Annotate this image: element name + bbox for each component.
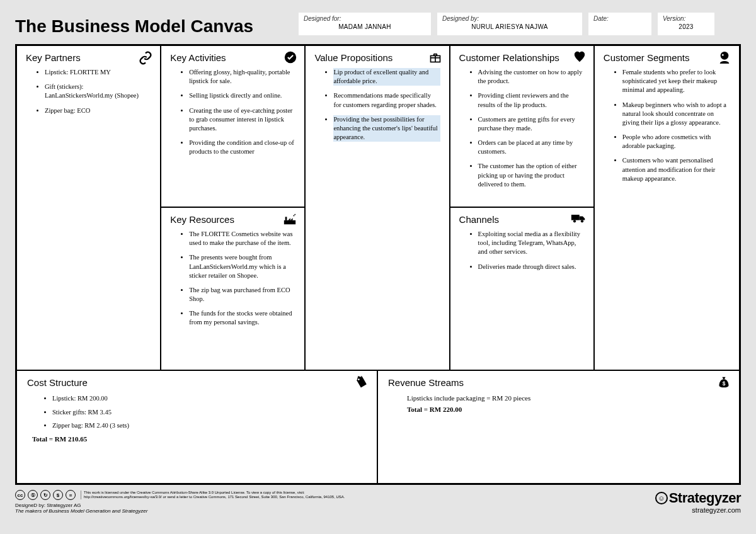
customer-segments-cell: Customer Segments Female students who pr… bbox=[595, 46, 739, 370]
svg-point-11 bbox=[721, 52, 729, 60]
link-icon bbox=[139, 51, 152, 65]
customer-relationships-title: Customer Relationships bbox=[459, 52, 585, 63]
footer-right: ☺ Strategyzer strategyzer.com bbox=[655, 490, 741, 514]
list-item: Lipstick: RM 200.00 bbox=[52, 394, 367, 404]
list-item: Gift (stickers): LanLanStickersWorld.my … bbox=[45, 82, 151, 100]
list-item: The zip bag was purchased from ECO Shop. bbox=[189, 286, 295, 304]
list-item: People who adore cosmetics with adorable… bbox=[622, 133, 730, 151]
revenue-streams-cell: Revenue Streams $ Lipsticks include pack… bbox=[378, 371, 739, 483]
list-item: Customers who want personalised attentio… bbox=[622, 156, 730, 183]
key-partners-cell: Key Partners Lipstick: FLORTTE MY Gift (… bbox=[17, 46, 161, 370]
list-item: Deliveries made through direct sales. bbox=[478, 263, 585, 271]
cc-by-icon: ① bbox=[28, 490, 38, 500]
list-item: Lipstick: FLORTTE MY bbox=[45, 68, 151, 77]
svg-point-13 bbox=[358, 378, 360, 380]
revenue-line: Lipsticks include packaging = RM 20 piec… bbox=[388, 394, 729, 402]
checkmark-icon bbox=[284, 51, 297, 64]
list-item: The presents were bought from LanLanStic… bbox=[189, 253, 295, 280]
list-item: Recommendations made specifically for cu… bbox=[333, 91, 440, 109]
brand-name: Strategyzer bbox=[669, 490, 741, 506]
svg-point-3 bbox=[294, 215, 295, 217]
person-icon bbox=[718, 51, 731, 64]
brand-mark-icon: ☺ bbox=[655, 492, 668, 504]
page-title: The Business Model Canvas bbox=[15, 13, 292, 37]
list-item: Lip product of excellent quality and aff… bbox=[333, 68, 440, 86]
credits-sub: The makers of Business Model Generation … bbox=[15, 508, 147, 514]
list-item: The customer has the option of either pi… bbox=[478, 162, 585, 189]
list-item: Zipper bag: RM 2.40 (3 sets) bbox=[52, 421, 367, 431]
key-partners-list: Lipstick: FLORTTE MY Gift (stickers): La… bbox=[26, 68, 151, 115]
list-item: The FLORTTE Cosmetics website was used t… bbox=[189, 230, 295, 247]
list-item: Providing the condition and close-up of … bbox=[189, 139, 295, 156]
svg-point-12 bbox=[722, 54, 724, 56]
value-propositions-title: Value Propositions bbox=[314, 52, 440, 63]
value-propositions-cell: Value Propositions Lip product of excell… bbox=[306, 46, 450, 370]
tag-icon bbox=[354, 376, 368, 390]
list-item: Sticker gifts: RM 3.45 bbox=[52, 408, 367, 418]
list-item: Exploiting social media as a flexibility… bbox=[478, 230, 585, 257]
list-item: Offering glossy, high-quality, portable … bbox=[189, 68, 295, 86]
svg-rect-2 bbox=[285, 217, 287, 220]
list-item: Selling lipstick directly and online. bbox=[189, 91, 295, 100]
revenue-total: Total = RM 220.00 bbox=[388, 406, 729, 413]
version-label: Version: bbox=[663, 15, 709, 22]
key-resources-cell: Key Resources The FLORTTE Cosmetics webs… bbox=[161, 208, 306, 370]
money-bag-icon: $ bbox=[718, 376, 730, 390]
channels-list: Exploiting social media as a flexibility… bbox=[459, 230, 585, 271]
list-item: Zipper bag: ECO bbox=[45, 106, 151, 115]
designed-by-value: NURUL ARIESYA NAJWA bbox=[442, 22, 577, 30]
key-resources-list: The FLORTTE Cosmetics website was used t… bbox=[170, 230, 295, 327]
list-item: Orders can be placed at any time by cust… bbox=[478, 139, 585, 156]
key-activities-title: Key Activities bbox=[170, 52, 295, 63]
designed-by-label: Designed by: bbox=[442, 15, 577, 22]
svg-point-10 bbox=[581, 220, 583, 222]
version-value: 2023 bbox=[663, 22, 709, 30]
cc-nd-icon: = bbox=[66, 490, 76, 500]
date-box: Date: bbox=[588, 13, 651, 35]
canvas: Key Partners Lipstick: FLORTTE MY Gift (… bbox=[15, 44, 741, 485]
list-item: Providing the best possibilities for enh… bbox=[333, 115, 440, 142]
license-text: This work is licensed under the Creative… bbox=[81, 491, 345, 499]
channels-cell: Channels Exploiting social media as a fl… bbox=[450, 208, 595, 370]
list-item: Creating the use of eye-catching poster … bbox=[189, 106, 295, 134]
cost-structure-list: Lipstick: RM 200.00 Sticker gifts: RM 3.… bbox=[27, 394, 367, 431]
value-propositions-list: Lip product of excellent quality and aff… bbox=[314, 68, 440, 142]
brand-url: strategyzer.com bbox=[655, 506, 741, 514]
factory-icon bbox=[283, 213, 297, 225]
customer-relationships-cell: Customer Relationships Advising the cust… bbox=[450, 46, 595, 208]
bottom-grid: Cost Structure Lipstick: RM 200.00 Stick… bbox=[17, 370, 739, 483]
truck-icon bbox=[571, 213, 586, 224]
key-resources-title: Key Resources bbox=[170, 214, 295, 225]
designed-for-label: Designed for: bbox=[304, 15, 426, 22]
list-item: Female students who prefer to look sophi… bbox=[622, 68, 730, 95]
cc-icon: cc bbox=[15, 490, 25, 500]
svg-rect-1 bbox=[284, 220, 295, 224]
cost-structure-title: Cost Structure bbox=[27, 377, 367, 388]
customer-segments-list: Female students who prefer to look sophi… bbox=[604, 68, 730, 183]
credits: DesigneD by: Strategyzer AG The makers o… bbox=[15, 503, 345, 514]
channels-title: Channels bbox=[459, 214, 585, 225]
revenue-streams-title: Revenue Streams bbox=[388, 377, 729, 388]
list-item: Providing client reviewers and the resul… bbox=[478, 91, 585, 109]
credits-value: Strategyzer AG bbox=[47, 503, 81, 508]
key-activities-list: Offering glossy, high-quality, portable … bbox=[170, 68, 295, 156]
key-activities-cell: Key Activities Offering glossy, high-qua… bbox=[161, 46, 306, 208]
designed-by-box: Designed by: NURUL ARIESYA NAJWA bbox=[437, 13, 582, 35]
designed-for-box: Designed for: MADAM JANNAH bbox=[299, 13, 431, 35]
gift-icon bbox=[429, 51, 442, 64]
footer-left: cc ① ↻ $ = This work is licensed under t… bbox=[15, 490, 345, 514]
top-grid: Key Partners Lipstick: FLORTTE MY Gift (… bbox=[17, 46, 739, 370]
footer: cc ① ↻ $ = This work is licensed under t… bbox=[15, 490, 741, 514]
list-item: Customers are getting gifts for every pu… bbox=[478, 115, 585, 133]
svg-rect-8 bbox=[571, 215, 580, 220]
cc-sa-icon: ↻ bbox=[40, 490, 50, 500]
header: The Business Model Canvas Designed for: … bbox=[15, 13, 741, 37]
credits-label: DesigneD by: bbox=[15, 503, 45, 508]
svg-point-9 bbox=[573, 220, 576, 222]
designed-for-value: MADAM JANNAH bbox=[304, 22, 426, 30]
cost-structure-cell: Cost Structure Lipstick: RM 200.00 Stick… bbox=[17, 371, 378, 483]
cc-icons-row: cc ① ↻ $ = This work is licensed under t… bbox=[15, 490, 345, 500]
customer-relationships-list: Advising the customer on how to apply th… bbox=[459, 68, 585, 189]
date-label: Date: bbox=[593, 15, 646, 22]
list-item: Advising the customer on how to apply th… bbox=[478, 68, 585, 86]
